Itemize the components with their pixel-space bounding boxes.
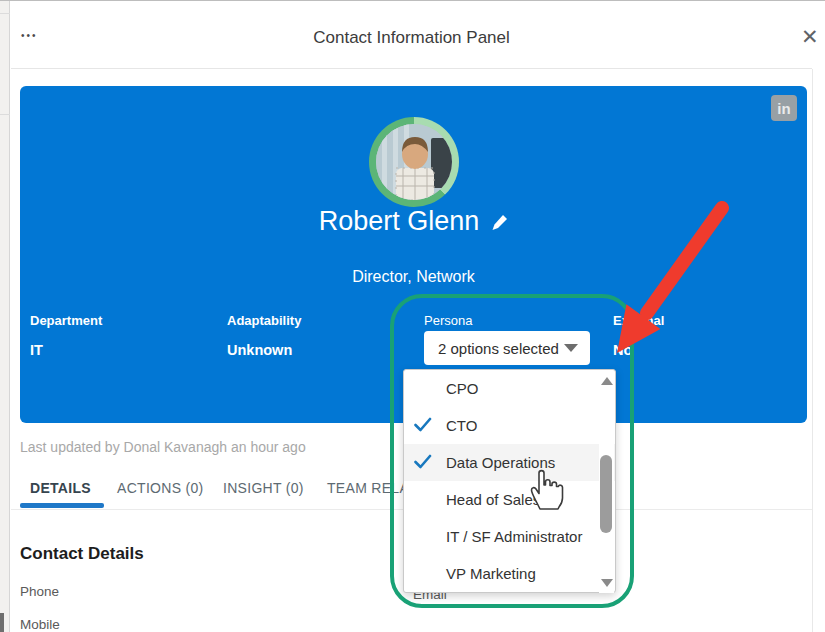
gutter-divider bbox=[0, 13, 10, 14]
field-label-persona: Persona bbox=[424, 313, 472, 328]
tab-insight[interactable]: INSIGHT (0) bbox=[223, 480, 304, 496]
field-value-adaptability: Unknown bbox=[227, 342, 292, 358]
triangle-up-icon[interactable] bbox=[601, 377, 613, 385]
tab-actions[interactable]: ACTIONS (0) bbox=[117, 480, 204, 496]
mobile-label: Mobile bbox=[20, 617, 60, 632]
dropdown-option-it-sf-administrator[interactable]: IT / SF Administrator bbox=[404, 518, 615, 555]
phone-label: Phone bbox=[20, 584, 59, 599]
contact-name: Robert Glenn bbox=[319, 206, 480, 236]
pencil-icon[interactable] bbox=[491, 207, 508, 238]
dropdown-option-cpo[interactable]: CPO bbox=[404, 370, 615, 407]
field-value-external: No bbox=[613, 342, 632, 358]
background-page-gutter bbox=[0, 1, 10, 632]
tab-team-relationships[interactable]: TEAM RELA bbox=[327, 480, 409, 496]
dropdown-option-label: VP Marketing bbox=[446, 565, 536, 582]
avatar bbox=[376, 124, 452, 200]
contact-job-title: Director, Network bbox=[20, 268, 807, 286]
dropdown-option-label: Head of Sales bbox=[446, 491, 540, 508]
dropdown-option-head-of-sales[interactable]: Head of Sales bbox=[404, 481, 615, 518]
contact-details-heading: Contact Details bbox=[20, 544, 144, 564]
avatar-ring bbox=[369, 117, 459, 207]
scrollbar-thumb-fragment[interactable] bbox=[0, 613, 4, 632]
chevron-down-icon bbox=[564, 344, 578, 352]
dropdown-scrollbar[interactable] bbox=[599, 371, 614, 593]
contact-name-row: Robert Glenn bbox=[20, 206, 807, 238]
dropdown-option-data-operations[interactable]: Data Operations bbox=[404, 444, 615, 481]
triangle-down-icon[interactable] bbox=[601, 579, 613, 587]
modal-title: Contact Information Panel bbox=[11, 28, 812, 48]
check-icon bbox=[414, 454, 432, 472]
dropdown-option-label: Data Operations bbox=[446, 454, 555, 471]
field-label-adaptability: Adaptability bbox=[227, 313, 301, 328]
persona-dropdown-list: CPO CTO Data Operations Head of Sales IT… bbox=[403, 369, 616, 593]
dropdown-option-label: IT / SF Administrator bbox=[446, 528, 582, 545]
tab-details[interactable]: DETAILS bbox=[30, 480, 91, 496]
gutter-divider bbox=[0, 114, 10, 115]
persona-dropdown-value: 2 options selected bbox=[424, 340, 564, 357]
header-divider bbox=[11, 68, 812, 69]
field-value-department: IT bbox=[30, 342, 43, 358]
dropdown-option-vp-marketing[interactable]: VP Marketing bbox=[404, 555, 615, 592]
dropdown-option-cto[interactable]: CTO bbox=[404, 407, 615, 444]
last-updated-text: Last updated by Donal Kavanagh an hour a… bbox=[20, 439, 306, 455]
active-tab-underline bbox=[20, 503, 104, 508]
field-label-external: External bbox=[613, 313, 664, 328]
persona-dropdown-button[interactable]: 2 options selected bbox=[424, 331, 590, 365]
linkedin-icon[interactable]: in bbox=[771, 95, 797, 121]
dropdown-option-label: CTO bbox=[446, 417, 477, 434]
modal-right-border bbox=[812, 69, 813, 632]
dropdown-option-label: CPO bbox=[446, 380, 479, 397]
scrollbar-thumb[interactable] bbox=[600, 455, 612, 533]
check-icon bbox=[414, 417, 432, 435]
contact-information-panel-modal: ••• Contact Information Panel ✕ in bbox=[0, 0, 825, 632]
field-label-department: Department bbox=[30, 313, 102, 328]
close-icon[interactable]: ✕ bbox=[801, 26, 819, 47]
